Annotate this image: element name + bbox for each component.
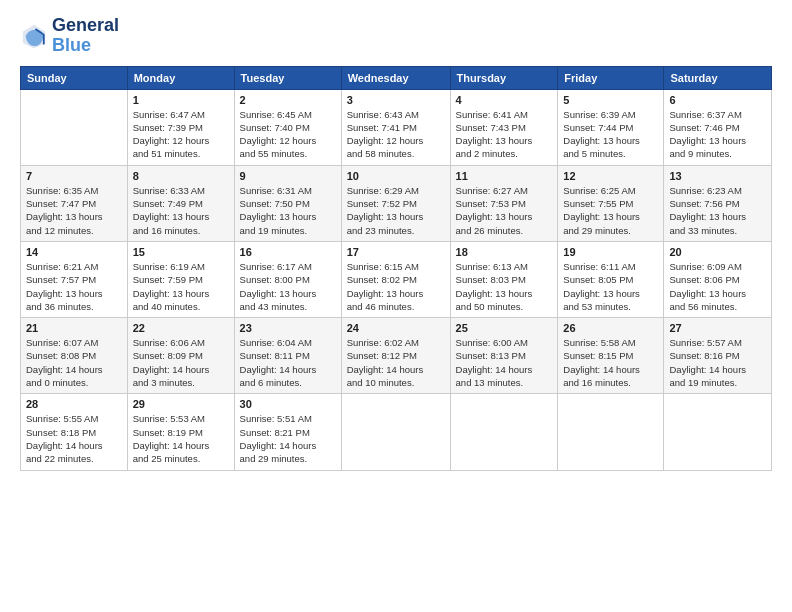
calendar-cell: 3Sunrise: 6:43 AM Sunset: 7:41 PM Daylig…	[341, 89, 450, 165]
calendar-cell: 15Sunrise: 6:19 AM Sunset: 7:59 PM Dayli…	[127, 241, 234, 317]
calendar-cell: 17Sunrise: 6:15 AM Sunset: 8:02 PM Dayli…	[341, 241, 450, 317]
day-number: 19	[563, 246, 658, 258]
weekday-header-wednesday: Wednesday	[341, 66, 450, 89]
calendar-cell: 1Sunrise: 6:47 AM Sunset: 7:39 PM Daylig…	[127, 89, 234, 165]
calendar-cell	[21, 89, 128, 165]
weekday-header-thursday: Thursday	[450, 66, 558, 89]
day-info: Sunrise: 6:41 AM Sunset: 7:43 PM Dayligh…	[456, 108, 553, 161]
day-info: Sunrise: 5:51 AM Sunset: 8:21 PM Dayligh…	[240, 412, 336, 465]
day-info: Sunrise: 6:15 AM Sunset: 8:02 PM Dayligh…	[347, 260, 445, 313]
calendar-cell: 10Sunrise: 6:29 AM Sunset: 7:52 PM Dayli…	[341, 165, 450, 241]
day-info: Sunrise: 5:58 AM Sunset: 8:15 PM Dayligh…	[563, 336, 658, 389]
day-number: 13	[669, 170, 766, 182]
day-number: 1	[133, 94, 229, 106]
day-info: Sunrise: 5:53 AM Sunset: 8:19 PM Dayligh…	[133, 412, 229, 465]
calendar-cell: 30Sunrise: 5:51 AM Sunset: 8:21 PM Dayli…	[234, 394, 341, 470]
day-number: 11	[456, 170, 553, 182]
day-info: Sunrise: 5:55 AM Sunset: 8:18 PM Dayligh…	[26, 412, 122, 465]
calendar-cell: 21Sunrise: 6:07 AM Sunset: 8:08 PM Dayli…	[21, 318, 128, 394]
calendar-cell: 13Sunrise: 6:23 AM Sunset: 7:56 PM Dayli…	[664, 165, 772, 241]
day-info: Sunrise: 6:45 AM Sunset: 7:40 PM Dayligh…	[240, 108, 336, 161]
day-info: Sunrise: 6:04 AM Sunset: 8:11 PM Dayligh…	[240, 336, 336, 389]
calendar-cell: 12Sunrise: 6:25 AM Sunset: 7:55 PM Dayli…	[558, 165, 664, 241]
day-info: Sunrise: 6:06 AM Sunset: 8:09 PM Dayligh…	[133, 336, 229, 389]
day-number: 15	[133, 246, 229, 258]
weekday-header-row: SundayMondayTuesdayWednesdayThursdayFrid…	[21, 66, 772, 89]
day-number: 5	[563, 94, 658, 106]
day-number: 26	[563, 322, 658, 334]
day-number: 8	[133, 170, 229, 182]
calendar-week-row: 21Sunrise: 6:07 AM Sunset: 8:08 PM Dayli…	[21, 318, 772, 394]
day-number: 10	[347, 170, 445, 182]
day-info: Sunrise: 6:33 AM Sunset: 7:49 PM Dayligh…	[133, 184, 229, 237]
day-number: 3	[347, 94, 445, 106]
day-number: 9	[240, 170, 336, 182]
calendar-cell	[341, 394, 450, 470]
calendar-cell	[450, 394, 558, 470]
calendar-cell	[664, 394, 772, 470]
day-number: 6	[669, 94, 766, 106]
weekday-header-sunday: Sunday	[21, 66, 128, 89]
day-info: Sunrise: 6:00 AM Sunset: 8:13 PM Dayligh…	[456, 336, 553, 389]
calendar-week-row: 7Sunrise: 6:35 AM Sunset: 7:47 PM Daylig…	[21, 165, 772, 241]
day-info: Sunrise: 6:07 AM Sunset: 8:08 PM Dayligh…	[26, 336, 122, 389]
day-info: Sunrise: 6:13 AM Sunset: 8:03 PM Dayligh…	[456, 260, 553, 313]
calendar-cell: 18Sunrise: 6:13 AM Sunset: 8:03 PM Dayli…	[450, 241, 558, 317]
day-info: Sunrise: 6:09 AM Sunset: 8:06 PM Dayligh…	[669, 260, 766, 313]
calendar-week-row: 14Sunrise: 6:21 AM Sunset: 7:57 PM Dayli…	[21, 241, 772, 317]
day-info: Sunrise: 6:02 AM Sunset: 8:12 PM Dayligh…	[347, 336, 445, 389]
calendar-cell: 27Sunrise: 5:57 AM Sunset: 8:16 PM Dayli…	[664, 318, 772, 394]
logo-icon	[20, 22, 48, 50]
calendar-cell: 20Sunrise: 6:09 AM Sunset: 8:06 PM Dayli…	[664, 241, 772, 317]
day-number: 12	[563, 170, 658, 182]
day-info: Sunrise: 6:37 AM Sunset: 7:46 PM Dayligh…	[669, 108, 766, 161]
day-info: Sunrise: 6:19 AM Sunset: 7:59 PM Dayligh…	[133, 260, 229, 313]
day-number: 28	[26, 398, 122, 410]
day-number: 21	[26, 322, 122, 334]
calendar-cell: 7Sunrise: 6:35 AM Sunset: 7:47 PM Daylig…	[21, 165, 128, 241]
weekday-header-saturday: Saturday	[664, 66, 772, 89]
weekday-header-friday: Friday	[558, 66, 664, 89]
day-number: 2	[240, 94, 336, 106]
day-number: 30	[240, 398, 336, 410]
day-info: Sunrise: 6:29 AM Sunset: 7:52 PM Dayligh…	[347, 184, 445, 237]
calendar-cell: 19Sunrise: 6:11 AM Sunset: 8:05 PM Dayli…	[558, 241, 664, 317]
calendar-cell: 5Sunrise: 6:39 AM Sunset: 7:44 PM Daylig…	[558, 89, 664, 165]
calendar-table: SundayMondayTuesdayWednesdayThursdayFrid…	[20, 66, 772, 471]
day-number: 7	[26, 170, 122, 182]
day-number: 14	[26, 246, 122, 258]
day-info: Sunrise: 6:43 AM Sunset: 7:41 PM Dayligh…	[347, 108, 445, 161]
day-info: Sunrise: 6:27 AM Sunset: 7:53 PM Dayligh…	[456, 184, 553, 237]
day-number: 4	[456, 94, 553, 106]
calendar-cell: 25Sunrise: 6:00 AM Sunset: 8:13 PM Dayli…	[450, 318, 558, 394]
page: GeneralBlue SundayMondayTuesdayWednesday…	[0, 0, 792, 612]
weekday-header-monday: Monday	[127, 66, 234, 89]
day-number: 22	[133, 322, 229, 334]
day-info: Sunrise: 6:35 AM Sunset: 7:47 PM Dayligh…	[26, 184, 122, 237]
day-info: Sunrise: 5:57 AM Sunset: 8:16 PM Dayligh…	[669, 336, 766, 389]
calendar-cell: 2Sunrise: 6:45 AM Sunset: 7:40 PM Daylig…	[234, 89, 341, 165]
day-number: 20	[669, 246, 766, 258]
calendar-cell: 24Sunrise: 6:02 AM Sunset: 8:12 PM Dayli…	[341, 318, 450, 394]
day-info: Sunrise: 6:21 AM Sunset: 7:57 PM Dayligh…	[26, 260, 122, 313]
day-info: Sunrise: 6:11 AM Sunset: 8:05 PM Dayligh…	[563, 260, 658, 313]
day-number: 29	[133, 398, 229, 410]
calendar-cell: 8Sunrise: 6:33 AM Sunset: 7:49 PM Daylig…	[127, 165, 234, 241]
weekday-header-tuesday: Tuesday	[234, 66, 341, 89]
calendar-cell: 6Sunrise: 6:37 AM Sunset: 7:46 PM Daylig…	[664, 89, 772, 165]
logo-text: GeneralBlue	[52, 16, 119, 56]
day-info: Sunrise: 6:23 AM Sunset: 7:56 PM Dayligh…	[669, 184, 766, 237]
calendar-week-row: 1Sunrise: 6:47 AM Sunset: 7:39 PM Daylig…	[21, 89, 772, 165]
day-info: Sunrise: 6:39 AM Sunset: 7:44 PM Dayligh…	[563, 108, 658, 161]
day-info: Sunrise: 6:47 AM Sunset: 7:39 PM Dayligh…	[133, 108, 229, 161]
day-number: 17	[347, 246, 445, 258]
day-number: 27	[669, 322, 766, 334]
header: GeneralBlue	[20, 16, 772, 56]
calendar-cell: 14Sunrise: 6:21 AM Sunset: 7:57 PM Dayli…	[21, 241, 128, 317]
day-number: 16	[240, 246, 336, 258]
calendar-cell: 28Sunrise: 5:55 AM Sunset: 8:18 PM Dayli…	[21, 394, 128, 470]
calendar-week-row: 28Sunrise: 5:55 AM Sunset: 8:18 PM Dayli…	[21, 394, 772, 470]
calendar-cell: 9Sunrise: 6:31 AM Sunset: 7:50 PM Daylig…	[234, 165, 341, 241]
calendar-cell: 29Sunrise: 5:53 AM Sunset: 8:19 PM Dayli…	[127, 394, 234, 470]
logo: GeneralBlue	[20, 16, 119, 56]
